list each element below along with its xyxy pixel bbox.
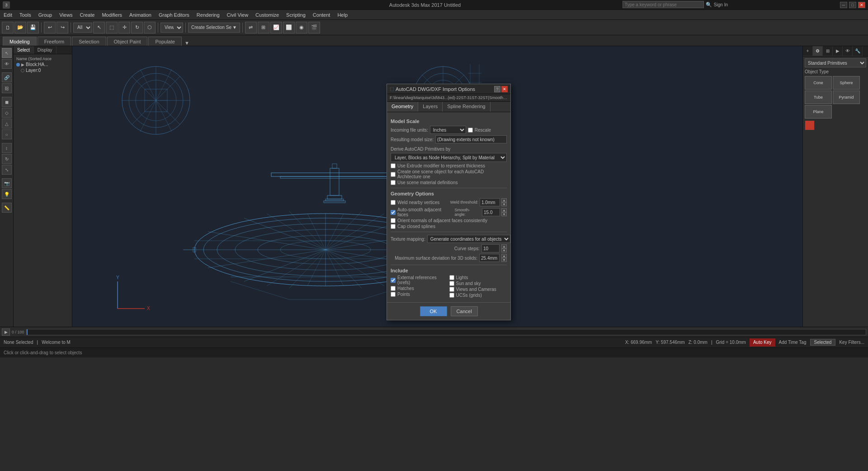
- lights-checkbox[interactable]: [449, 275, 454, 280]
- dialog-tab-layers[interactable]: Layers: [418, 102, 443, 112]
- new-btn[interactable]: 🗋: [2, 22, 14, 33]
- scene-item-layer[interactable]: Layer:0: [15, 67, 70, 73]
- menu-views[interactable]: Views: [56, 10, 76, 20]
- save-btn[interactable]: 💾: [27, 22, 39, 33]
- key-filters-btn[interactable]: Key Filters...: [839, 340, 864, 345]
- menu-edit[interactable]: Edit: [0, 10, 16, 20]
- tab-utilities[interactable]: 🔧: [853, 46, 863, 56]
- curve-down-btn[interactable]: ▼: [501, 248, 507, 252]
- sphere-btn[interactable]: Sphere: [833, 76, 860, 90]
- close-button[interactable]: ✕: [858, 2, 865, 8]
- menu-graph-editors[interactable]: Graph Editors: [155, 10, 193, 20]
- primitives-dropdown[interactable]: Standard Primitives: [805, 58, 866, 67]
- menu-scripting[interactable]: Scripting: [283, 10, 309, 20]
- scene-tab-select[interactable]: Select: [14, 46, 34, 54]
- render-btn[interactable]: ◉: [296, 22, 307, 33]
- menu-create[interactable]: Create: [76, 10, 98, 20]
- select-btn[interactable]: ↖: [93, 22, 105, 33]
- tab-freeform[interactable]: Freeform: [38, 37, 71, 46]
- tab-motion[interactable]: ▶: [833, 46, 843, 56]
- minimize-button[interactable]: ─: [840, 2, 847, 8]
- material-editor-btn[interactable]: ⬜: [283, 22, 295, 33]
- rotate-btn[interactable]: ↻: [131, 22, 143, 33]
- menu-animation[interactable]: Animation: [126, 10, 155, 20]
- weld-threshold-input[interactable]: [480, 198, 500, 206]
- menu-tools[interactable]: Tools: [16, 10, 35, 20]
- menu-civil-view[interactable]: Civil View: [223, 10, 252, 20]
- resulting-input[interactable]: [435, 135, 507, 143]
- ext-refs-checkbox[interactable]: [391, 278, 396, 283]
- populate-arrow[interactable]: ▼: [184, 40, 189, 46]
- tool-shape1[interactable]: ◼: [2, 97, 12, 107]
- orient-checkbox[interactable]: [391, 218, 396, 223]
- pyramid-btn[interactable]: Pyramid: [833, 90, 860, 104]
- select-region-btn[interactable]: ⬚: [106, 22, 118, 33]
- scene-material-checkbox[interactable]: [391, 180, 396, 185]
- move-btn[interactable]: ✛: [118, 22, 130, 33]
- undo-btn[interactable]: ↩: [44, 22, 56, 33]
- scene-object-checkbox[interactable]: [391, 172, 396, 177]
- search-icon[interactable]: 🔍: [706, 2, 712, 8]
- sign-in-label[interactable]: Sign In: [714, 2, 728, 7]
- curve-editor-btn[interactable]: 📈: [270, 22, 282, 33]
- tool-link[interactable]: 🔗: [2, 72, 12, 82]
- tool-shape2[interactable]: ◇: [2, 108, 12, 118]
- align-btn[interactable]: ⊞: [258, 22, 269, 33]
- tool-unlink[interactable]: ⛓: [2, 83, 12, 93]
- ok-button[interactable]: OK: [420, 306, 447, 316]
- smooth-up-btn[interactable]: ▲: [501, 208, 507, 212]
- tool-select[interactable]: ↖: [2, 48, 12, 58]
- cone-btn[interactable]: Cone: [805, 76, 832, 90]
- add-time-tag-label[interactable]: Add Time Tag: [779, 340, 807, 345]
- scene-item-block[interactable]: ▶ Block:HA...: [15, 62, 70, 67]
- menu-help[interactable]: Help: [334, 10, 351, 20]
- smooth-down-btn[interactable]: ▼: [501, 212, 507, 216]
- tool-display[interactable]: 👁: [2, 59, 12, 69]
- maximize-button[interactable]: □: [849, 2, 856, 8]
- weld-down-btn[interactable]: ▼: [501, 202, 507, 206]
- filter-dropdown[interactable]: All: [73, 23, 92, 33]
- scale-btn[interactable]: ⬡: [144, 22, 156, 33]
- sun-sky-checkbox[interactable]: [449, 281, 454, 286]
- menu-modifiers[interactable]: Modifiers: [98, 10, 126, 20]
- max-surface-input[interactable]: [479, 254, 500, 262]
- dialog-tab-spline[interactable]: Spline Rendering: [443, 102, 490, 112]
- render-frame-btn[interactable]: 🎬: [308, 22, 320, 33]
- points-checkbox[interactable]: [391, 292, 396, 297]
- views-cameras-checkbox[interactable]: [449, 287, 454, 292]
- incoming-units-select[interactable]: Inches Millimeters Centimeters Meters: [430, 126, 466, 134]
- tool-measure[interactable]: 📏: [2, 203, 12, 213]
- smooth-checkbox[interactable]: [391, 210, 396, 215]
- tool-scale[interactable]: ⤡: [2, 165, 12, 175]
- tab-modeling[interactable]: Modeling: [3, 37, 37, 46]
- plane-btn[interactable]: Plane: [805, 105, 832, 119]
- timeline-play-btn[interactable]: ▶: [2, 328, 10, 336]
- scene-tab-display[interactable]: Display: [34, 46, 57, 54]
- surface-up-btn[interactable]: ▲: [501, 254, 507, 258]
- open-btn[interactable]: 📂: [14, 22, 26, 33]
- cap-checkbox[interactable]: [391, 224, 396, 229]
- tool-light[interactable]: 💡: [2, 189, 12, 199]
- view-dropdown[interactable]: View: [160, 23, 183, 33]
- tab-selection[interactable]: Selection: [72, 37, 106, 46]
- tube-btn[interactable]: Tube: [805, 90, 832, 104]
- ucss-checkbox[interactable]: [449, 293, 454, 298]
- hatches-checkbox[interactable]: [391, 286, 396, 291]
- weld-checkbox[interactable]: [391, 200, 396, 205]
- derive-dropdown[interactable]: Layer, Blocks as Node Hierarchy, Split b…: [391, 153, 507, 162]
- surface-down-btn[interactable]: ▼: [501, 258, 507, 262]
- tab-object-paint[interactable]: Object Paint: [107, 37, 148, 46]
- menu-rendering[interactable]: Rendering: [193, 10, 223, 20]
- tool-rotate[interactable]: ↻: [2, 154, 12, 164]
- tool-shape4[interactable]: ○: [2, 129, 12, 139]
- tab-display[interactable]: 👁: [843, 46, 853, 56]
- cancel-button[interactable]: Cancel: [451, 306, 478, 316]
- dialog-help-btn[interactable]: ?: [494, 86, 500, 92]
- create-selection-btn[interactable]: Create Selection Se ▼: [188, 23, 240, 33]
- autocad-dialog[interactable]: ⬚ AutoCAD DWG/DXF Import Options ? ✕ F:\…: [387, 84, 511, 320]
- menu-customize[interactable]: Customize: [252, 10, 283, 20]
- smooth-angle-input[interactable]: [482, 208, 500, 216]
- mirror-btn[interactable]: ⇌: [245, 22, 257, 33]
- curve-up-btn[interactable]: ▲: [501, 244, 507, 248]
- menu-group[interactable]: Group: [35, 10, 56, 20]
